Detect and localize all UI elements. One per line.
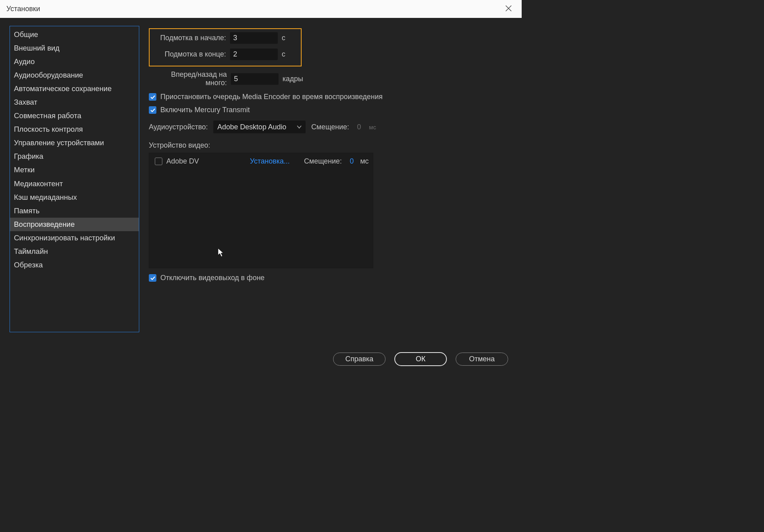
help-button[interactable]: Справка (333, 353, 386, 366)
postroll-unit: с (282, 50, 285, 58)
pause-encoder-label: Приостановить очередь Media Encoder во в… (160, 93, 383, 101)
sidebar-item-media[interactable]: Медиаконтент (10, 177, 139, 191)
preroll-input[interactable] (230, 32, 278, 44)
video-device-section-label: Устройство видео: (149, 141, 512, 150)
audio-offset-value: 0 (357, 123, 361, 131)
disable-video-output-checkbox[interactable] (149, 274, 156, 282)
window-title: Установки (6, 5, 40, 13)
close-icon[interactable] (502, 3, 515, 15)
device-offset-unit: мс (360, 157, 368, 166)
cancel-button[interactable]: Отмена (456, 353, 508, 366)
step-unit: кадры (283, 75, 303, 83)
sidebar-item-audio-hardware[interactable]: Аудиооборудование (10, 68, 139, 82)
sidebar-item-graphics[interactable]: Графика (10, 150, 139, 163)
preroll-unit: с (282, 34, 285, 42)
sidebar-item-audio[interactable]: Аудио (10, 55, 139, 68)
preroll-label: Подмотка в начале: (154, 34, 226, 42)
device-offset-label: Смещение: (304, 157, 342, 166)
sidebar-item-collaboration[interactable]: Совместная работа (10, 109, 139, 123)
device-setup-link[interactable]: Установка... (250, 157, 290, 166)
sidebar-item-appearance[interactable]: Внешний вид (10, 41, 139, 55)
settings-panel: Подмотка в начале: с Подмотка в конце: с… (149, 26, 512, 344)
mercury-transmit-checkbox[interactable] (149, 106, 156, 114)
audio-device-dropdown[interactable]: Adobe Desktop Audio (213, 121, 306, 133)
pause-encoder-checkbox[interactable] (149, 93, 156, 101)
sidebar-item-media-cache[interactable]: Кэш медиаданных (10, 191, 139, 204)
postroll-label: Подмотка в конце: (154, 50, 226, 58)
cursor-icon (218, 248, 225, 259)
adobe-dv-checkbox[interactable] (155, 158, 162, 165)
video-device-list: Adobe DV Установка... Смещение: 0 мс (149, 153, 373, 268)
ok-button[interactable]: ОК (394, 352, 447, 366)
device-offset-value[interactable]: 0 (350, 157, 354, 166)
sidebar-item-device-control[interactable]: Управление устройствами (10, 136, 139, 150)
step-label: Вперед/назад на много: (149, 70, 227, 87)
sidebar-item-control-surface[interactable]: Плоскость контроля (10, 123, 139, 136)
sidebar-item-sync-settings[interactable]: Синхронизировать настройки (10, 231, 139, 245)
mercury-transmit-label: Включить Mercury Transmit (160, 106, 250, 114)
chevron-down-icon (297, 124, 302, 130)
audio-offset-unit: мс (369, 124, 376, 131)
step-input[interactable] (231, 73, 279, 85)
dialog-footer: Справка ОК Отмена (0, 344, 522, 374)
sidebar-item-capture[interactable]: Захват (10, 95, 139, 109)
sidebar-item-playback[interactable]: Воспроизведение (10, 218, 139, 231)
device-name: Adobe DV (166, 157, 246, 166)
audio-offset-label: Смещение: (311, 123, 349, 131)
disable-video-output-label: Отключить видеовыход в фоне (160, 274, 265, 282)
sidebar-item-autosave[interactable]: Автоматическое сохранение (10, 82, 139, 95)
video-device-row: Adobe DV Установка... Смещение: 0 мс (155, 157, 367, 166)
sidebar-item-timeline[interactable]: Таймлайн (10, 245, 139, 258)
audio-device-label: Аудиоустройство: (149, 123, 208, 131)
sidebar-item-trim[interactable]: Обрезка (10, 258, 139, 272)
preroll-highlight-box: Подмотка в начале: с Подмотка в конце: с (149, 28, 302, 66)
sidebar-item-general[interactable]: Общие (10, 28, 139, 41)
sidebar-item-labels[interactable]: Метки (10, 163, 139, 177)
postroll-input[interactable] (230, 49, 278, 60)
audio-device-value: Adobe Desktop Audio (217, 123, 286, 131)
category-sidebar: Общие Внешний вид Аудио Аудиооборудовани… (10, 26, 139, 332)
sidebar-item-memory[interactable]: Память (10, 204, 139, 218)
